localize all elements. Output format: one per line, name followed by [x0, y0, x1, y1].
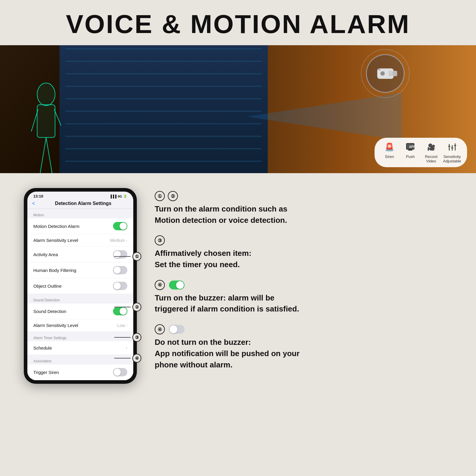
- ann1-circle: ①: [132, 252, 141, 261]
- svg-rect-7: [38, 105, 54, 137]
- svg-rect-10: [389, 71, 393, 76]
- network-icon: 4G: [118, 195, 122, 198]
- annotation-3: ③: [114, 333, 141, 342]
- page-title: VOICE & MOTION ALARM: [6, 9, 470, 39]
- object-outline-label: Object Outline: [33, 284, 62, 289]
- feature-push: APP Push: [401, 141, 419, 164]
- feature-record: 🎥 RecordVideo: [422, 141, 440, 164]
- section-sound-label: Sound Detection: [27, 294, 133, 303]
- signal-icon: ▐▐▐: [109, 195, 116, 198]
- status-bar: 13:10 ▐▐▐ 4G 🔋: [27, 192, 133, 200]
- bottom-section: 13:10 ▐▐▐ 4G 🔋 < Detection Alarm Setting…: [0, 173, 476, 399]
- push-icon: APP: [404, 141, 416, 153]
- svg-text:APP: APP: [409, 145, 415, 148]
- phone-outer: 13:10 ▐▐▐ 4G 🔋 < Detection Alarm Setting…: [24, 188, 137, 384]
- desc-text-4-off: Do not turn on the buzzer:App notificati…: [155, 337, 452, 370]
- desc-text-4-on: Turn on the buzzer: alarm will betrigger…: [155, 292, 452, 315]
- record-icon: 🎥: [425, 141, 437, 153]
- desc-block-4-off: ④ Do not turn on the buzzer:App notifica…: [155, 324, 452, 370]
- chevron-icon: ›: [126, 238, 127, 242]
- phone-nav-header: < Detection Alarm Settings: [27, 200, 133, 209]
- motion-detection-label: Motion Detection Alarm: [33, 224, 79, 229]
- desc-circle-1: ①: [155, 191, 165, 201]
- phone-screen: 13:10 ▐▐▐ 4G 🔋 < Detection Alarm Setting…: [27, 192, 133, 380]
- object-outline-toggle[interactable]: [113, 282, 127, 290]
- svg-rect-13: [378, 69, 380, 70]
- ann3-line: [114, 337, 131, 338]
- ann1-line: [114, 256, 131, 257]
- desc-circle-2: ②: [168, 191, 178, 201]
- feature-push-label: Push: [406, 154, 415, 159]
- back-button[interactable]: <: [32, 201, 35, 206]
- trigger-siren-label: Trigger Siren: [33, 370, 59, 375]
- row-object-outline: Object Outline: [27, 278, 133, 294]
- feature-record-label: RecordVideo: [425, 154, 437, 164]
- ann4-line: [114, 358, 131, 358]
- svg-point-12: [381, 72, 384, 75]
- alarm-sensitivity-motion-label: Alarm Sensitivity Level: [33, 238, 78, 243]
- battery-icon: 🔋: [123, 194, 127, 198]
- desc-block-1: ① ② Turn on the alarm condition such asM…: [155, 191, 452, 226]
- row-motion-detection: Motion Detection Alarm: [27, 218, 133, 234]
- human-body-toggle[interactable]: [113, 266, 127, 274]
- alarm-sensitivity-motion-value: Medium ›: [110, 238, 127, 243]
- row-alarm-sensitivity-motion[interactable]: Alarm Sensitivity Level Medium ›: [27, 234, 133, 247]
- desc-toggle-row-off: ④: [155, 324, 452, 334]
- desc-text-12: Turn on the alarm condition such asMotio…: [155, 203, 452, 226]
- ann3-circle: ③: [132, 333, 141, 342]
- desc-numbers-3: ③: [155, 235, 452, 245]
- desc-toggle-row-on: ④: [155, 280, 452, 290]
- desc-circle-3: ③: [155, 235, 165, 245]
- siren-icon: 🚨: [383, 141, 395, 153]
- desc-circle-4a: ④: [155, 280, 165, 290]
- feature-sensitivity: SensitivityAdjustable: [443, 141, 461, 164]
- ann2-circle: ②: [132, 303, 141, 311]
- ann4-circle: ④: [132, 354, 141, 363]
- svg-point-6: [38, 84, 54, 105]
- row-trigger-siren: Trigger Siren: [27, 364, 133, 380]
- human-body-label: Human Body Filtering: [33, 268, 76, 273]
- feature-siren-label: Siren: [385, 154, 394, 159]
- status-icons: ▐▐▐ 4G 🔋: [109, 194, 127, 198]
- motion-detection-toggle[interactable]: [113, 222, 127, 230]
- feature-sensitivity-label: SensitivityAdjustable: [443, 154, 461, 164]
- ann2-line: [114, 307, 131, 307]
- desc-block-4-on: ④ Turn on the buzzer: alarm will betrigg…: [155, 280, 452, 315]
- svg-line-3: [46, 137, 52, 173]
- alarm-sensitivity-sound-value: Low ›: [117, 323, 127, 328]
- desc-block-3: ③ Affirmatively chosen item:Set the time…: [155, 235, 452, 270]
- section-motion-label: Motion: [27, 209, 133, 218]
- chevron-icon-2: ›: [126, 323, 127, 328]
- svg-rect-17: [408, 150, 412, 151]
- alarm-sensitivity-sound-label: Alarm Sensitivity Level: [33, 323, 78, 328]
- feature-siren: 🚨 Siren: [381, 141, 398, 164]
- right-descriptions: ① ② Turn on the alarm condition such asM…: [155, 188, 452, 380]
- hero-image: 🚨 Siren APP Push 🎥 RecordVideo: [0, 45, 476, 173]
- hero-features: 🚨 Siren APP Push 🎥 RecordVideo: [375, 138, 467, 167]
- svg-line-2: [40, 137, 46, 173]
- desc-circle-4b: ④: [155, 324, 165, 334]
- trigger-siren-toggle[interactable]: [113, 368, 127, 376]
- row-schedule[interactable]: Schedule ›: [27, 341, 133, 355]
- status-time: 13:10: [33, 194, 43, 198]
- chevron-icon-3: ›: [126, 345, 127, 351]
- schedule-label: Schedule: [33, 345, 52, 350]
- row-alarm-sensitivity-sound[interactable]: Alarm Sensitivity Level Low ›: [27, 319, 133, 332]
- desc-toggle-off: [169, 325, 184, 334]
- desc-numbers-12: ① ②: [155, 191, 452, 201]
- desc-text-3: Affirmatively chosen item:Set the timer …: [155, 248, 452, 270]
- sound-detection-label: Sound Detection: [33, 309, 66, 314]
- annotation-4: ④: [114, 354, 141, 363]
- desc-toggle-on: [169, 281, 184, 289]
- annotation-1: ①: [114, 252, 141, 261]
- sensitivity-icon: [446, 141, 458, 153]
- page-header: VOICE & MOTION ALARM: [0, 0, 476, 45]
- screen-title: Detection Alarm Settings: [38, 201, 129, 206]
- hero-gate-lines: [65, 45, 262, 173]
- annotation-2: ②: [114, 303, 141, 311]
- svg-marker-8: [247, 93, 402, 140]
- activity-area-label: Activity Area: [33, 252, 58, 257]
- row-human-body: Human Body Filtering: [27, 262, 133, 278]
- camera-body: [377, 68, 394, 79]
- intruder-figure: [21, 78, 71, 173]
